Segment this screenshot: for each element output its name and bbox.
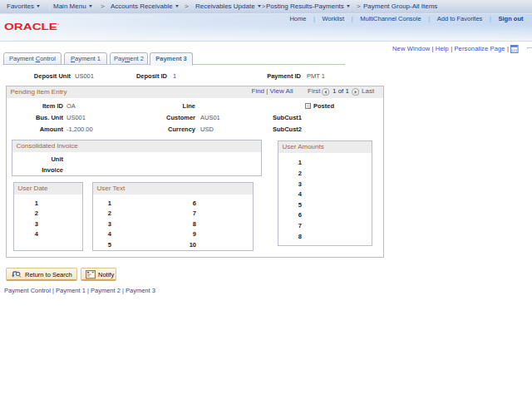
- svg-text:ORACLE: ORACLE: [4, 22, 57, 32]
- svg-text:®: ®: [57, 23, 60, 27]
